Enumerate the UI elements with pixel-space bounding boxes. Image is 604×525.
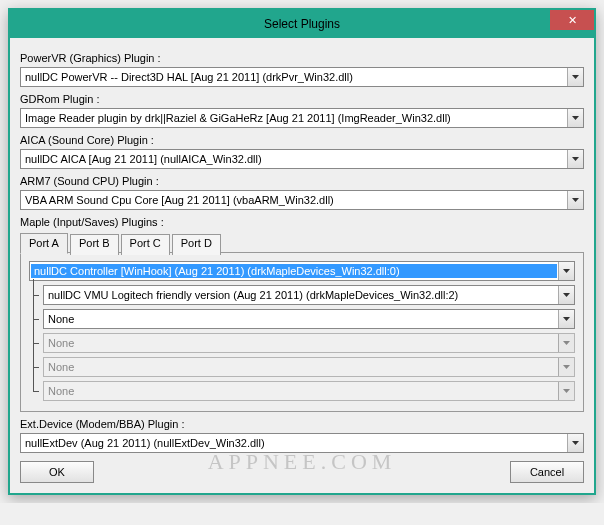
extdev-label: Ext.Device (Modem/BBA) Plugin : (20, 418, 584, 430)
tab-port-b[interactable]: Port B (70, 234, 119, 255)
maple-subdevice-value-5: None (44, 385, 558, 397)
maple-subdevice-value-3: None (44, 337, 558, 349)
chevron-down-icon (558, 382, 574, 400)
titlebar: Select Plugins ✕ (10, 10, 594, 38)
maple-tabs: Port A Port B Port C Port D (20, 232, 584, 253)
maple-device-value-0: nullDC Controller [WinHook] (Aug 21 2011… (31, 264, 557, 278)
maple-subdevice-combo-4: None (43, 357, 575, 377)
chevron-down-icon (558, 286, 574, 304)
maple-tabpanel: nullDC Controller [WinHook] (Aug 21 2011… (20, 252, 584, 412)
tab-port-c[interactable]: Port C (121, 234, 170, 255)
chevron-down-icon (567, 68, 583, 86)
chevron-down-icon (567, 150, 583, 168)
dialog-window: Select Plugins ✕ PowerVR (Graphics) Plug… (8, 8, 596, 495)
arm7-value: VBA ARM Sound Cpu Core [Aug 21 2011] (vb… (21, 194, 567, 206)
button-bar: OK Cancel (20, 461, 584, 483)
close-icon: ✕ (568, 14, 577, 27)
maple-row-1: nullDC VMU Logitech friendly version (Au… (29, 285, 575, 305)
maple-subdevice-value-1: nullDC VMU Logitech friendly version (Au… (44, 289, 558, 301)
gdrom-value: Image Reader plugin by drk||Raziel & GiG… (21, 112, 567, 124)
branch-icon (29, 333, 43, 353)
powervr-label: PowerVR (Graphics) Plugin : (20, 52, 584, 64)
chevron-down-icon (567, 191, 583, 209)
maple-subdevice-value-2: None (44, 313, 558, 325)
maple-row-2: None (29, 309, 575, 329)
chevron-down-icon (558, 358, 574, 376)
cancel-button[interactable]: Cancel (510, 461, 584, 483)
maple-row-5: None (29, 381, 575, 401)
branch-icon (29, 285, 43, 305)
extdev-value: nullExtDev (Aug 21 2011) (nullExtDev_Win… (21, 437, 567, 449)
maple-label: Maple (Input/Saves) Plugins : (20, 216, 584, 228)
gdrom-combo[interactable]: Image Reader plugin by drk||Raziel & GiG… (20, 108, 584, 128)
maple-subdevice-combo-1[interactable]: nullDC VMU Logitech friendly version (Au… (43, 285, 575, 305)
maple-subdevice-combo-5: None (43, 381, 575, 401)
maple-subdevice-value-4: None (44, 361, 558, 373)
arm7-label: ARM7 (Sound CPU) Plugin : (20, 175, 584, 187)
window-title: Select Plugins (264, 17, 340, 31)
dialog-content: PowerVR (Graphics) Plugin : nullDC Power… (10, 38, 594, 493)
maple-subdevice-combo-3: None (43, 333, 575, 353)
tab-port-d[interactable]: Port D (172, 234, 221, 255)
chevron-down-icon (567, 109, 583, 127)
chevron-down-icon (567, 434, 583, 452)
chevron-down-icon (558, 334, 574, 352)
aica-label: AICA (Sound Core) Plugin : (20, 134, 584, 146)
ok-button[interactable]: OK (20, 461, 94, 483)
maple-subdevice-combo-2[interactable]: None (43, 309, 575, 329)
branch-icon (29, 357, 43, 377)
powervr-value: nullDC PowerVR -- Direct3D HAL [Aug 21 2… (21, 71, 567, 83)
gdrom-label: GDRom Plugin : (20, 93, 584, 105)
close-button[interactable]: ✕ (550, 10, 594, 30)
extdev-combo[interactable]: nullExtDev (Aug 21 2011) (nullExtDev_Win… (20, 433, 584, 453)
arm7-combo[interactable]: VBA ARM Sound Cpu Core [Aug 21 2011] (vb… (20, 190, 584, 210)
chevron-down-icon (558, 310, 574, 328)
maple-device-combo-0[interactable]: nullDC Controller [WinHook] (Aug 21 2011… (29, 261, 575, 281)
tab-port-a[interactable]: Port A (20, 233, 68, 254)
chevron-down-icon (558, 262, 574, 280)
aica-value: nullDC AICA [Aug 21 2011] (nullAICA_Win3… (21, 153, 567, 165)
aica-combo[interactable]: nullDC AICA [Aug 21 2011] (nullAICA_Win3… (20, 149, 584, 169)
maple-row-0: nullDC Controller [WinHook] (Aug 21 2011… (29, 261, 575, 281)
branch-icon (29, 381, 43, 401)
maple-row-4: None (29, 357, 575, 377)
powervr-combo[interactable]: nullDC PowerVR -- Direct3D HAL [Aug 21 2… (20, 67, 584, 87)
branch-icon (29, 309, 43, 329)
maple-row-3: None (29, 333, 575, 353)
